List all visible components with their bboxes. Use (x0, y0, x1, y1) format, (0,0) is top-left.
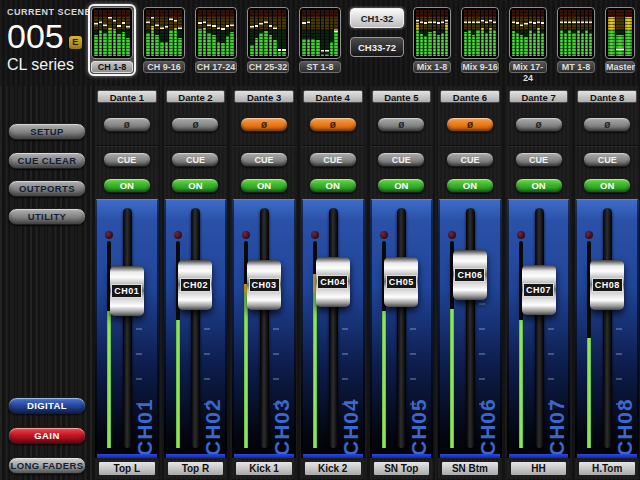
bank-button-ch33-72[interactable]: CH33-72 (350, 37, 404, 57)
fader-cap[interactable]: CH08 (590, 260, 624, 310)
channel-id-vertical: CH01 (134, 386, 156, 456)
channel-name[interactable]: HH (510, 461, 568, 476)
meter-fill-green (178, 38, 182, 56)
utility-button[interactable]: UTILITY (8, 208, 86, 225)
phase-button[interactable]: ø (309, 117, 357, 132)
peak-indicator (178, 27, 182, 29)
meter-bar (250, 10, 254, 56)
channel-name[interactable]: SN Top (373, 461, 431, 476)
on-button[interactable]: ON (446, 178, 494, 193)
fader-track[interactable] (603, 208, 612, 448)
channel-name[interactable]: Top L (98, 461, 156, 476)
meter-group-st-1-8[interactable]: ST 1-8 (296, 4, 344, 76)
meter-group-master[interactable]: Master (602, 4, 638, 76)
meter-fill-green (103, 33, 107, 56)
channel-name[interactable]: SN Btm (441, 461, 499, 476)
setup-button[interactable]: SETUP (8, 123, 86, 140)
cue-button[interactable]: CUE (309, 152, 357, 167)
meter-group-ch-1-8[interactable]: CH 1-8 (88, 4, 136, 76)
fader-cap[interactable]: CH01 (110, 266, 144, 316)
digital-button[interactable]: DIGITAL (8, 397, 86, 414)
port-label[interactable]: Dante 2 (166, 90, 226, 103)
channel-id-vertical: CH03 (271, 386, 293, 456)
cue-clear-button[interactable]: CUE CLEAR (8, 152, 86, 169)
meter-fill-green (489, 29, 492, 56)
meter-screen (605, 7, 635, 59)
port-label[interactable]: Dante 8 (577, 90, 637, 103)
peak-indicator (169, 18, 173, 20)
cue-button[interactable]: CUE (171, 152, 219, 167)
on-row: ON (507, 172, 571, 199)
peak-indicator (221, 28, 225, 30)
port-label[interactable]: Dante 4 (303, 90, 363, 103)
fader-cap[interactable]: CH04 (316, 257, 350, 307)
fader-track[interactable] (260, 208, 269, 448)
phase-button[interactable]: ø (583, 117, 631, 132)
fader-track[interactable] (466, 208, 475, 448)
port-label[interactable]: Dante 5 (372, 90, 432, 103)
cue-button[interactable]: CUE (240, 152, 288, 167)
fader-cap[interactable]: CH06 (453, 250, 487, 300)
on-button[interactable]: ON (309, 178, 357, 193)
cue-button[interactable]: CUE (583, 152, 631, 167)
meter-group-mix-1-8[interactable]: Mix 1-8 (410, 4, 454, 76)
port-label[interactable]: Dante 3 (234, 90, 294, 103)
console-model-label: CL series (7, 56, 91, 74)
on-button[interactable]: ON (583, 178, 631, 193)
on-button[interactable]: ON (377, 178, 425, 193)
phase-button[interactable]: ø (171, 117, 219, 132)
on-row: ON (232, 172, 296, 199)
outports-button[interactable]: OUTPORTS (8, 180, 86, 197)
meter-group-ch-9-16[interactable]: CH 9-16 (140, 4, 188, 76)
gain-button[interactable]: GAIN (8, 427, 86, 444)
fader-track[interactable] (535, 208, 544, 448)
phase-button[interactable]: ø (103, 117, 151, 132)
channel-name-row: HH (507, 458, 571, 479)
fader-cap[interactable]: CH03 (247, 260, 281, 310)
meter-group-ch-17-24[interactable]: CH 17-24 (192, 4, 240, 76)
cue-button[interactable]: CUE (446, 152, 494, 167)
fader-scale-tick (410, 378, 416, 380)
meter-group-mix-17-24[interactable]: Mix 17-24 (506, 4, 550, 76)
peak-indicator (334, 30, 338, 32)
cue-button[interactable]: CUE (377, 152, 425, 167)
meter-group-label: CH 1-8 (91, 61, 133, 73)
peak-indicator (520, 24, 523, 26)
on-button[interactable]: ON (171, 178, 219, 193)
fader-track[interactable] (191, 208, 200, 448)
on-button[interactable]: ON (515, 178, 563, 193)
fader-track[interactable] (329, 208, 338, 448)
on-button[interactable]: ON (240, 178, 288, 193)
meter-bar (516, 10, 519, 56)
bank-button-ch1-32[interactable]: CH1-32 (350, 8, 404, 28)
channel-name[interactable]: Kick 1 (235, 461, 293, 476)
peak-indicator (560, 21, 563, 23)
phase-button[interactable]: ø (446, 117, 494, 132)
port-label[interactable]: Dante 7 (509, 90, 569, 103)
meter-group-mt-1-8[interactable]: MT 1-8 (554, 4, 598, 76)
meter-group-ch-25-32[interactable]: CH 25-32 (244, 4, 292, 76)
port-label[interactable]: Dante 1 (97, 90, 157, 103)
fader-cap[interactable]: CH07 (522, 265, 556, 315)
cue-button[interactable]: CUE (515, 152, 563, 167)
port-label[interactable]: Dante 6 (440, 90, 500, 103)
on-button[interactable]: ON (103, 178, 151, 193)
meter-bar (585, 10, 588, 56)
phase-button[interactable]: ø (377, 117, 425, 132)
fader-track[interactable] (123, 208, 132, 448)
channel-name[interactable]: H.Tom (578, 461, 636, 476)
fader-cap[interactable]: CH02 (178, 260, 212, 310)
fader-track[interactable] (397, 208, 406, 448)
channel-name[interactable]: Top R (167, 461, 225, 476)
meter-bar (255, 10, 259, 56)
cue-button[interactable]: CUE (103, 152, 151, 167)
peak-indicator (472, 21, 475, 23)
channel-name[interactable]: Kick 2 (304, 461, 362, 476)
long-faders-button[interactable]: LONG FADERS (8, 457, 86, 474)
meter-group-mix-9-16[interactable]: Mix 9-16 (458, 4, 502, 76)
phase-button[interactable]: ø (240, 117, 288, 132)
meter-peak-dot (517, 231, 525, 239)
meter-bar (321, 10, 325, 56)
fader-cap[interactable]: CH05 (384, 257, 418, 307)
phase-button[interactable]: ø (515, 117, 563, 132)
